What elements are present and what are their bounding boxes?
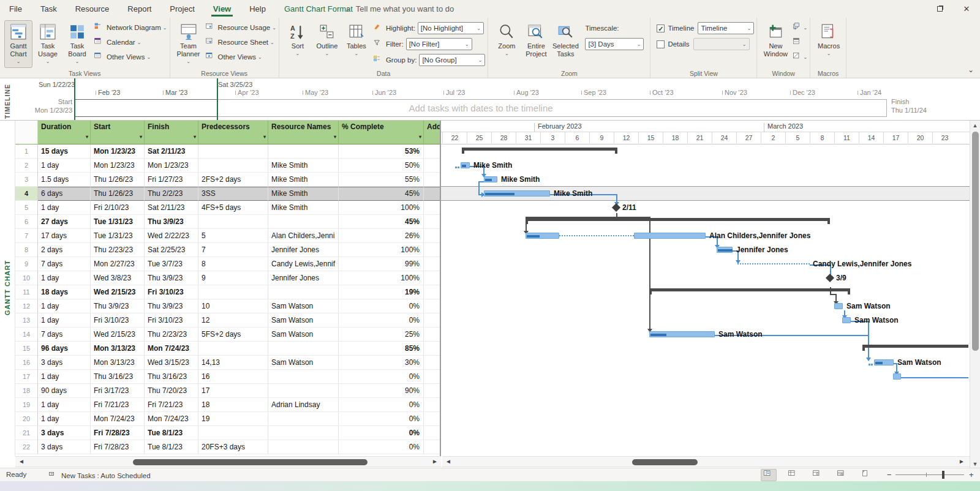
cell-add[interactable] (424, 328, 441, 342)
cell-add[interactable] (424, 187, 441, 201)
cell-resource-names[interactable]: Mike Smith (268, 159, 339, 173)
cell-add[interactable] (424, 398, 441, 412)
vertical-scrollbar[interactable]: ▲▼ (970, 121, 980, 469)
table-scroll-thumb[interactable] (133, 459, 368, 465)
scroll-right-arrow[interactable]: ► (432, 458, 438, 465)
cell-duration[interactable]: 1 day (38, 313, 91, 328)
row-number[interactable]: 9 (15, 257, 38, 271)
zoom-out-button[interactable]: − (887, 470, 892, 479)
row-number[interactable]: 1 (15, 144, 38, 159)
cell-finish[interactable]: Tue 8/1/23 (145, 426, 198, 440)
cell-start[interactable]: Thu 1/26/23 (91, 173, 145, 187)
cell--complete[interactable]: 100% (339, 201, 424, 215)
menu-tab-project[interactable]: Project (160, 0, 203, 18)
timeline-window-right-edge[interactable] (217, 78, 218, 121)
cell-start[interactable]: Fri 7/28/23 (91, 440, 145, 454)
cell-finish[interactable]: Thu 2/2/23 (145, 187, 198, 201)
details-checkbox[interactable] (657, 40, 665, 48)
cell-duration[interactable]: 6 days (38, 187, 91, 201)
cell-add[interactable] (424, 201, 441, 215)
cell-add[interactable] (424, 426, 441, 440)
row-number[interactable]: 5 (15, 201, 38, 215)
cell-duration[interactable]: 17 days (38, 229, 91, 243)
cell-predecessors[interactable]: 18 (198, 398, 268, 412)
window-new-window-button[interactable]: New Window (761, 20, 790, 68)
search-box[interactable]: ⌕Tell me what you want to do (346, 0, 454, 18)
cell-start[interactable]: Wed 2/15/23 (91, 328, 145, 342)
row-number[interactable]: 20 (15, 412, 38, 426)
resource-sheet-view-button[interactable] (834, 469, 850, 481)
zoom-in-button[interactable]: + (969, 470, 974, 479)
cell--complete[interactable]: 100% (339, 243, 424, 257)
cell-predecessors[interactable] (198, 215, 268, 229)
row-number[interactable]: 3 (15, 173, 38, 187)
menu-tab-view[interactable]: View (204, 0, 240, 18)
cell--complete[interactable]: 90% (339, 384, 424, 398)
row-number[interactable]: 7 (15, 229, 38, 243)
cell-add[interactable] (424, 440, 441, 454)
cell-resource-names[interactable] (268, 370, 339, 384)
cell-finish[interactable]: Sat 2/11/23 (145, 144, 198, 159)
cell-duration[interactable]: 1.5 days (38, 173, 91, 187)
timeline-view-select[interactable]: Timeline⌄ (698, 22, 754, 34)
cell-start[interactable]: Mon 1/23/23 (91, 144, 145, 159)
cell-resource-names[interactable]: Sam Watson (268, 299, 339, 313)
cell-predecessors[interactable]: 20FS+3 days (198, 440, 268, 454)
scroll-left-arrow[interactable]: ◄ (445, 458, 451, 465)
zoom-zoom-button[interactable]: Zoom⌄ (492, 20, 521, 68)
other-views-button[interactable]: Other Views⌄ (206, 50, 276, 64)
resource-sheet-button[interactable]: Resource Sheet⌄ (206, 35, 276, 50)
menu-tab-task[interactable]: Task (31, 0, 66, 18)
cell--complete[interactable]: 25% (339, 328, 424, 342)
task-bar[interactable] (634, 233, 706, 239)
cell-predecessors[interactable] (198, 426, 268, 440)
cell-add[interactable] (424, 144, 441, 159)
cell-predecessors[interactable]: 8 (198, 257, 268, 271)
cell-start[interactable]: Thu 1/26/23 (91, 187, 145, 201)
scroll-right-arrow[interactable]: ► (959, 458, 965, 465)
cell-start[interactable]: Tue 1/31/23 (91, 215, 145, 229)
cell-predecessors[interactable]: 19 (198, 412, 268, 426)
cell-add[interactable] (424, 285, 441, 299)
cell-start[interactable]: Fri 3/10/23 (91, 313, 145, 328)
cell-resource-names[interactable]: Adrian Lindsay (268, 398, 339, 412)
task-bar[interactable] (842, 317, 851, 323)
cell-duration[interactable]: 1 day (38, 201, 91, 215)
cell-finish[interactable]: Fri 3/10/23 (145, 285, 198, 299)
cell-finish[interactable]: Thu 3/9/23 (145, 215, 198, 229)
cell-predecessors[interactable]: 7 (198, 243, 268, 257)
milestone-diamond[interactable] (826, 274, 834, 282)
column-header-resource-names[interactable]: Resource Names▾ (268, 121, 339, 144)
cell-start[interactable]: Fri 7/21/23 (91, 398, 145, 412)
cell--complete[interactable]: 45% (339, 215, 424, 229)
cell-duration[interactable]: 1 day (38, 271, 91, 285)
vertical-scroll-thumb[interactable] (972, 132, 979, 351)
chart-scroll-thumb[interactable] (632, 459, 698, 465)
cell--complete[interactable]: 26% (339, 229, 424, 243)
summary-bar[interactable] (862, 345, 968, 348)
row-number[interactable]: 4 (15, 187, 38, 201)
cell-resource-names[interactable]: Mike Smith (268, 201, 339, 215)
cell-resource-names[interactable]: Jennifer Jones (268, 243, 339, 257)
cell-add[interactable] (424, 299, 441, 313)
macros-macros-button[interactable]: Macros⌄ (815, 20, 843, 68)
task-bar[interactable] (461, 162, 470, 168)
calendar-button[interactable]: Calendar⌄ (94, 35, 167, 50)
timeline-checkbox[interactable]: ✓ (657, 24, 665, 32)
menu-tab-file[interactable]: File (0, 0, 31, 18)
zoom-entire-project-button[interactable]: Entire Project (522, 20, 550, 68)
cell-resource-names[interactable] (268, 384, 339, 398)
cell-finish[interactable]: Thu 3/9/23 (145, 299, 198, 313)
cell-predecessors[interactable]: 2FS+2 days (198, 173, 268, 187)
cell-start[interactable]: Thu 3/9/23 (91, 299, 145, 313)
cell-resource-names[interactable]: Sam Watson (268, 313, 339, 328)
column-header-add[interactable]: Add (424, 121, 441, 144)
team-planner-view-button[interactable] (810, 469, 826, 481)
scroll-down-arrow[interactable]: ▼ (970, 461, 980, 467)
cell-finish[interactable]: Mon 7/24/23 (145, 412, 198, 426)
cell-duration[interactable]: 96 days (38, 342, 91, 356)
cell-predecessors[interactable]: 10 (198, 299, 268, 313)
cell-add[interactable] (424, 384, 441, 398)
menu-tab-resource[interactable]: Resource (66, 0, 119, 18)
cell--complete[interactable]: 99% (339, 257, 424, 271)
